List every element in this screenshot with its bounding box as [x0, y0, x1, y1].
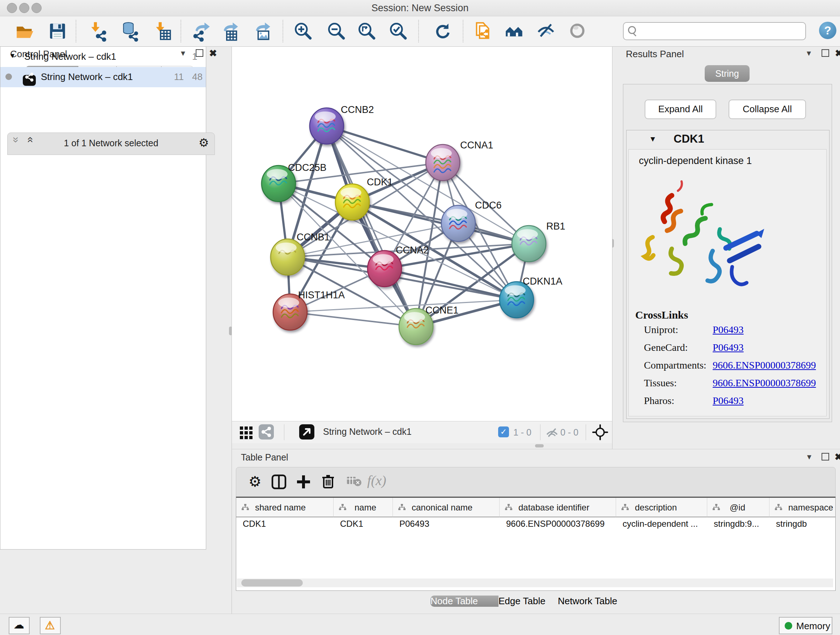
node-label-CCNB1: CCNB1	[297, 232, 330, 242]
fit-selected-crosshair-icon[interactable]	[592, 424, 608, 442]
separator	[284, 424, 284, 440]
column-header-label: shared name	[255, 502, 306, 513]
selected-nodes-checkbox[interactable]: ✓	[498, 426, 509, 437]
node-label-RB1: RB1	[546, 221, 565, 232]
network-edge[interactable]	[352, 202, 529, 244]
control-panel: Control Panel ▼ ✖ NetworkStyleSelectSets…	[0, 46, 232, 614]
warning-icon: ⚠	[45, 619, 55, 632]
scrollbar-thumb[interactable]	[241, 579, 303, 586]
expand-all-button[interactable]: Expand All	[645, 100, 716, 119]
column-header-database-identifier[interactable]: database identifier	[500, 498, 616, 517]
network-browser-icon[interactable]	[504, 21, 525, 42]
tab-edge-table[interactable]: Edge Table	[499, 595, 558, 607]
column-header-namespace[interactable]: namespace	[769, 498, 836, 517]
network-node-CCNA2[interactable]	[368, 250, 401, 287]
tab-string[interactable]: String	[705, 65, 750, 82]
crosslink-row: Compartments:9606.ENSP00000378699	[629, 359, 827, 377]
network-overview-share-icon[interactable]	[259, 424, 274, 440]
collection-expander-icon[interactable]: ▼	[9, 52, 16, 60]
table-settings-gear-icon[interactable]: ⚙	[248, 473, 262, 490]
cloud-icon: ☁	[13, 618, 24, 631]
collapse-all-button[interactable]: Collapse All	[729, 100, 806, 119]
network-node-CCNA1[interactable]	[426, 144, 460, 181]
export-network-icon[interactable]	[191, 21, 212, 42]
zoom-selected-icon[interactable]	[388, 21, 409, 42]
export-image-icon[interactable]	[251, 21, 272, 42]
import-table-icon[interactable]	[152, 21, 173, 42]
network-edge[interactable]	[327, 126, 443, 163]
network-node-RB1[interactable]	[512, 226, 546, 262]
memory-button[interactable]: Memory	[779, 617, 832, 634]
network-node-CCNB2[interactable]	[309, 108, 344, 144]
table-panel-float-button[interactable]	[821, 453, 829, 461]
help-button[interactable]: ?	[819, 22, 836, 39]
column-header-shared-name[interactable]: shared name	[236, 498, 333, 517]
birdseye-grid-icon[interactable]	[239, 425, 254, 441]
cloud-status-button[interactable]: ☁	[9, 617, 30, 634]
control-panel-close-button[interactable]: ✖	[209, 49, 217, 58]
network-node-CDK1[interactable]	[335, 184, 369, 220]
splitter-handle[interactable]	[535, 444, 544, 448]
tab-node-table[interactable]: Node Table	[431, 595, 499, 607]
table-cell[interactable]: P06493	[399, 519, 497, 529]
delete-column-trash-icon[interactable]	[320, 473, 336, 491]
table-cell[interactable]: stringdb:9...	[714, 519, 767, 529]
open-in-window-icon[interactable]	[299, 424, 314, 440]
zoom-fit-icon[interactable]	[356, 21, 377, 42]
column-header-name[interactable]: name	[333, 498, 393, 517]
network-collection-row[interactable]: ▼ String Network – cdk1 1	[0, 47, 206, 67]
column-type-icon	[241, 504, 249, 512]
column-header--id[interactable]: @id	[707, 498, 769, 517]
table-cell[interactable]: stringdb	[776, 519, 836, 529]
gene-section-expander-icon[interactable]: ▼	[649, 135, 657, 143]
tab-network-table[interactable]: Network Table	[558, 595, 645, 607]
zoom-out-icon[interactable]	[326, 21, 347, 42]
results-panel-float-button[interactable]	[821, 49, 829, 57]
zoom-in-icon[interactable]	[293, 21, 314, 42]
current-network-dot	[5, 73, 12, 80]
delete-table-icon[interactable]	[347, 476, 362, 488]
toolbar-separator	[418, 20, 419, 42]
show-columns-icon[interactable]	[271, 474, 287, 491]
network-node-CCNB1[interactable]	[271, 239, 305, 275]
copy-network-icon[interactable]	[472, 21, 493, 42]
hidden-eye-icon[interactable]	[545, 426, 559, 441]
import-network-icon[interactable]	[88, 21, 109, 42]
function-builder-icon[interactable]: f(x)	[367, 472, 386, 488]
column-header-canonical-name[interactable]: canonical name	[393, 498, 500, 517]
table-panel-menu-caret[interactable]: ▼	[806, 453, 813, 461]
save-session-icon[interactable]	[47, 21, 68, 42]
table-cell[interactable]: CDK1	[243, 519, 332, 529]
toolbar-separator	[180, 20, 181, 42]
crosslink-link[interactable]: 9606.ENSP00000378699	[713, 359, 816, 371]
network-node-CDC6[interactable]	[441, 205, 475, 241]
table-cell[interactable]: CDK1	[340, 519, 391, 529]
crosslink-link[interactable]: 9606.ENSP00000378699	[713, 377, 816, 389]
results-panel-menu-caret[interactable]: ▼	[805, 49, 813, 57]
network-edge[interactable]	[290, 312, 416, 326]
column-header-description[interactable]: description	[616, 498, 707, 517]
network-node-CDKN1A[interactable]	[500, 282, 534, 318]
import-database-icon[interactable]	[119, 21, 141, 42]
network-options-gear-icon[interactable]: ⚙	[199, 136, 209, 149]
node-label-CCNE1: CCNE1	[425, 305, 459, 316]
open-file-icon[interactable]	[14, 21, 35, 42]
node-label-CDKN1A: CDKN1A	[523, 276, 562, 287]
table-cell[interactable]: cyclin-dependent ...	[622, 519, 705, 529]
export-table-icon[interactable]	[219, 21, 240, 42]
results-panel-close-button[interactable]: ✖	[835, 49, 840, 58]
search-input[interactable]	[639, 24, 800, 37]
refresh-icon[interactable]	[432, 21, 453, 42]
crosslink-link[interactable]: P06493	[713, 342, 744, 353]
crosslink-link[interactable]: P06493	[713, 395, 744, 407]
network-row-selected[interactable]: String Network – cdk1 11 48	[0, 67, 206, 87]
table-panel-title: Table Panel	[241, 452, 288, 463]
table-cell[interactable]: 9606.ENSP00000378699	[506, 519, 614, 529]
table-panel-close-button[interactable]: ✖	[835, 452, 840, 462]
crosslink-link[interactable]: P06493	[713, 324, 744, 336]
warnings-button[interactable]: ⚠	[40, 617, 61, 634]
inactive-orb-icon[interactable]	[568, 21, 589, 42]
hide-panel-icon[interactable]	[536, 21, 557, 42]
add-column-plus-icon[interactable]	[295, 474, 311, 491]
network-canvas[interactable]: CCNB2 CCNA1 CDC25B CDK1 CDC6 RB1	[232, 47, 612, 421]
